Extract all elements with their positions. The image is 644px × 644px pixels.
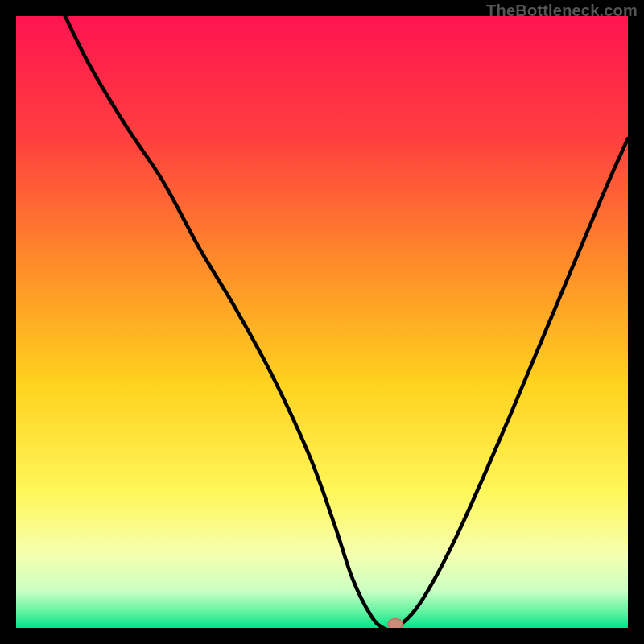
bottleneck-chart <box>16 16 628 628</box>
gradient-background <box>16 16 628 628</box>
optimal-point-marker <box>388 619 402 628</box>
watermark-label: TheBottleneck.com <box>486 2 638 20</box>
chart-frame: TheBottleneck.com <box>0 0 644 644</box>
plot-area <box>16 16 628 628</box>
